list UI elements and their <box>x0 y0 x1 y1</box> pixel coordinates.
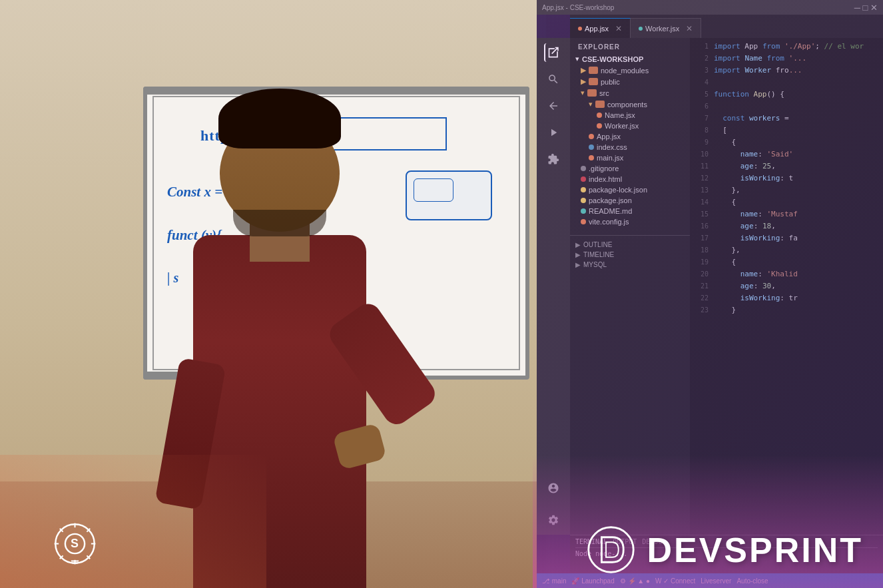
outline-section[interactable]: ▶ OUTLINE <box>570 240 690 250</box>
vscode-tabs: App.jsx ✕ Worker.jsx ✕ <box>570 15 883 38</box>
code-line-16: 16 age: 18, <box>690 220 883 232</box>
code-line-13: 13 }, <box>690 184 883 196</box>
folder-node-modules[interactable]: ▶ node_modules <box>570 65 690 76</box>
vscode-sidebar <box>537 38 570 535</box>
timeline-section[interactable]: ▶ TIMELINE <box>570 250 690 260</box>
code-line-14: 14 { <box>690 196 883 208</box>
sidebar-settings-icon[interactable] <box>544 511 563 529</box>
tab-label-worker: Worker.jsx <box>645 25 679 33</box>
folder-components[interactable]: ▾ components <box>570 99 690 110</box>
vscode-editor[interactable]: 1 import App from './App'; // el wor 2 i… <box>690 38 883 535</box>
tab-dot-worker <box>639 27 643 31</box>
code-line-10: 10 name: 'Said' <box>690 148 883 160</box>
vscode-title-text: App.jsx - CSE-workshop <box>542 4 614 11</box>
tab-close-app[interactable]: ✕ <box>615 24 622 33</box>
vscode-statusbar: ⎇ main 🚀 Launchpad ⚙ ⚡ ▲ ● W ✓ Connect L… <box>537 573 883 588</box>
code-line-17: 17 isWorking: fa <box>690 232 883 244</box>
code-line-15: 15 name: 'Mustaf <box>690 208 883 220</box>
file-index-html[interactable]: index.html <box>570 174 690 184</box>
brand-area: DEVSPRINT <box>586 525 863 575</box>
code-line-21: 21 age: 30, <box>690 280 883 292</box>
explorer-title: EXPLORER <box>570 38 690 53</box>
file-vite-config[interactable]: vite.config.js <box>570 216 690 227</box>
code-line-19: 19 { <box>690 256 883 268</box>
status-branch[interactable]: ⎇ main <box>542 577 566 585</box>
left-logo-container: S <box>53 522 97 568</box>
file-package-json[interactable]: package.json <box>570 195 690 206</box>
status-w[interactable]: W ✓ Connect <box>655 577 695 585</box>
status-liveserver[interactable]: Liveserver <box>701 577 731 585</box>
explorer-root-folder[interactable]: ▾ CSE-WORKSHOP <box>570 53 690 65</box>
code-line-23: 23 } <box>690 304 883 316</box>
status-icons[interactable]: ⚙ ⚡ ▲ ● <box>620 577 650 585</box>
code-line-3: 3 import Worker fro... <box>690 65 883 77</box>
file-main-jsx[interactable]: main.jsx <box>570 152 690 163</box>
code-line-4: 4 <box>690 77 883 89</box>
sidebar-account-icon[interactable] <box>544 479 563 497</box>
brand-name: DEVSPRINT <box>647 530 863 570</box>
code-line-6: 6 <box>690 101 883 113</box>
main-container: https://{login} /signin Const x = (x,y)=… <box>0 0 883 588</box>
vscode-titlebar: App.jsx - CSE-workshop ─ □ ✕ <box>537 0 883 15</box>
code-line-8: 8 [ <box>690 125 883 137</box>
sidebar-explorer-icon[interactable] <box>544 43 563 62</box>
instructor-hair <box>218 89 341 148</box>
tab-close-worker[interactable]: ✕ <box>686 24 693 33</box>
folder-public[interactable]: ▶ public <box>570 76 690 87</box>
file-gitignore[interactable]: .gitignore <box>570 163 690 174</box>
file-readme[interactable]: README.md <box>570 206 690 216</box>
file-app-jsx[interactable]: App.jsx <box>570 131 690 142</box>
code-line-22: 22 isWorking: tr <box>690 292 883 304</box>
code-line-18: 18 }, <box>690 244 883 256</box>
tab-dot-app <box>578 27 582 31</box>
sidebar-search-icon[interactable] <box>544 70 563 89</box>
sidebar-run-icon[interactable] <box>544 123 563 142</box>
instructor-beard <box>233 210 326 236</box>
sidebar-extensions-icon[interactable] <box>544 150 563 168</box>
code-line-5: 5 function App() { <box>690 89 883 101</box>
tab-label-app: App.jsx <box>585 25 609 33</box>
explorer-sections: ▶ OUTLINE ▶ TIMELINE ▶ MYSQL <box>570 235 690 270</box>
vscode-explorer: EXPLORER ▾ CSE-WORKSHOP ▶ node_modules ▶… <box>570 38 690 535</box>
code-line-7: 7 const workers = <box>690 113 883 125</box>
status-auto[interactable]: Auto-close <box>736 577 768 585</box>
whiteboard-top-trim <box>143 87 529 95</box>
svg-point-13 <box>589 527 634 573</box>
whiteboard-box <box>406 170 492 220</box>
code-line-12: 12 isWorking: t <box>690 172 883 184</box>
code-line-9: 9 { <box>690 137 883 148</box>
file-package-lock[interactable]: package-lock.json <box>570 184 690 195</box>
mysql-section[interactable]: ▶ MYSQL <box>570 260 690 270</box>
file-name-jsx[interactable]: Name.jsx <box>570 110 690 121</box>
instructor-body <box>193 235 366 588</box>
tab-worker-jsx[interactable]: Worker.jsx ✕ <box>631 18 701 38</box>
code-line-1: 1 import App from './App'; // el wor <box>690 41 883 53</box>
tab-app-jsx[interactable]: App.jsx ✕ <box>570 18 631 38</box>
classroom-area: https://{login} /signin Const x = (x,y)=… <box>0 0 546 588</box>
code-line-20: 20 name: 'Khalid <box>690 268 883 280</box>
code-line-11: 11 age: 25, <box>690 160 883 172</box>
sidebar-git-icon[interactable] <box>544 97 563 115</box>
file-worker-jsx[interactable]: Worker.jsx <box>570 121 690 131</box>
file-index-css[interactable]: index.css <box>570 142 690 152</box>
idea-bulb-icon: S <box>53 522 97 565</box>
code-line-2: 2 import Name from '... <box>690 53 883 65</box>
svg-text:S: S <box>71 537 79 550</box>
instructor <box>173 188 386 588</box>
vscode-panel: App.jsx - CSE-workshop ─ □ ✕ File Edit S… <box>537 0 883 588</box>
devsprint-logo-icon <box>586 525 636 575</box>
folder-src[interactable]: ▾ src <box>570 87 690 99</box>
status-launchpad[interactable]: 🚀 Launchpad <box>571 577 614 585</box>
